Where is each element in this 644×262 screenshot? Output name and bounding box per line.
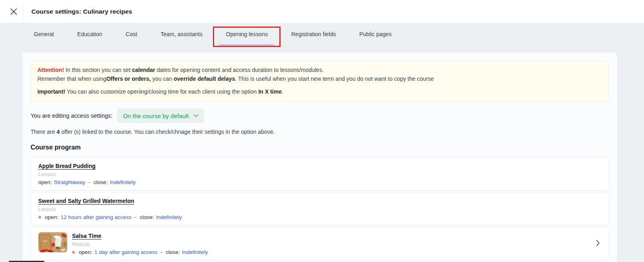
- open-label: open:: [79, 249, 93, 255]
- access-scope-dropdown[interactable]: On the course by default: [117, 108, 204, 123]
- close-button[interactable]: [9, 7, 19, 16]
- item-schedule-row: × open: 12 hours after gaining access - …: [38, 214, 601, 220]
- settings-tabbar: General Education Cost Team, assistants …: [0, 23, 644, 45]
- notice-line-2: Remember that when usingOffers or orders…: [37, 74, 602, 83]
- tab-opening-lessons[interactable]: Opening lessons: [226, 23, 268, 45]
- opening-lessons-panel: Attention! In this section you can set c…: [23, 52, 617, 262]
- item-type-label: Lesson: [38, 171, 601, 177]
- open-label: open:: [38, 179, 52, 185]
- chevron-down-icon: [194, 114, 198, 117]
- header-divider: [23, 4, 23, 20]
- close-value-link[interactable]: Indefinitely: [156, 214, 182, 220]
- module-card-body: Salsa Time Module × open: 1 day after ga…: [72, 232, 208, 255]
- close-icon: [10, 8, 18, 16]
- item-schedule-row: open: Straightaway - close: Indefinitely: [38, 179, 601, 185]
- active-tab-underline: [219, 45, 274, 45]
- top-bar: Course settings: Culinary recipes: [0, 0, 644, 23]
- item-type-label: Module: [72, 241, 208, 247]
- open-label: open:: [45, 214, 59, 220]
- attention-notice: Attention! In this section you can set c…: [31, 61, 609, 102]
- course-program-list: Apple Bread Pudding Lesson open: Straigh…: [31, 157, 609, 260]
- lesson-title-link[interactable]: Apple Bread Pudding: [38, 163, 95, 169]
- course-program-heading: Course program: [31, 144, 609, 151]
- module-expand-chevron[interactable]: [596, 240, 600, 248]
- clear-delay-x-icon[interactable]: ×: [38, 215, 41, 220]
- tab-public-pages[interactable]: Public pages: [359, 23, 392, 45]
- schedule-dash: -: [161, 249, 163, 255]
- open-value-link[interactable]: Straightaway: [54, 179, 85, 185]
- access-settings-label: You are editing access settings:: [31, 113, 112, 119]
- close-label: close:: [140, 214, 154, 220]
- notice-line-3: Important! You can also customize openin…: [37, 87, 602, 96]
- open-value-link[interactable]: 1 day after gaining access: [94, 249, 157, 255]
- close-label: close:: [166, 249, 180, 255]
- offers-info-text: There are 4 offer (s) linked to the cour…: [31, 129, 609, 135]
- module-title-link[interactable]: Salsa Time: [72, 233, 101, 239]
- item-type-label: Lesson: [38, 206, 601, 212]
- tab-team-assistants[interactable]: Team, assistants: [161, 23, 202, 45]
- schedule-dash: -: [89, 179, 91, 185]
- clear-delay-x-icon[interactable]: ×: [72, 250, 75, 255]
- tab-general[interactable]: General: [34, 23, 54, 45]
- close-value-link[interactable]: Indefinitely: [110, 179, 136, 185]
- item-schedule-row: × open: 1 day after gaining access - clo…: [72, 249, 208, 255]
- close-value-link[interactable]: Indefinitely: [182, 249, 208, 255]
- module-thumbnail: [38, 232, 67, 252]
- schedule-dash: -: [135, 214, 137, 220]
- lesson-card-apple-bread-pudding: Apple Bread Pudding Lesson open: Straigh…: [31, 157, 609, 190]
- notice-line-1: Attention! In this section you can set c…: [37, 66, 602, 74]
- tab-education[interactable]: Education: [77, 23, 102, 45]
- access-scope-value: On the course by default: [123, 113, 188, 119]
- lesson-card-grilled-watermelon: Sweet and Salty Grilled Watermelon Lesso…: [31, 192, 609, 225]
- tab-cost[interactable]: Cost: [126, 23, 137, 45]
- tab-registration-fields[interactable]: Registration fields: [291, 23, 336, 45]
- page-title: Course settings: Culinary recipes: [31, 8, 132, 15]
- module-card-salsa-time[interactable]: Salsa Time Module × open: 1 day after ga…: [31, 227, 609, 260]
- open-value-link[interactable]: 12 hours after gaining access: [60, 214, 131, 220]
- access-settings-row: You are editing access settings: On the …: [31, 108, 609, 123]
- close-label: close:: [93, 179, 107, 185]
- lesson-title-link[interactable]: Sweet and Salty Grilled Watermelon: [38, 198, 134, 204]
- chevron-right-icon: [596, 240, 600, 246]
